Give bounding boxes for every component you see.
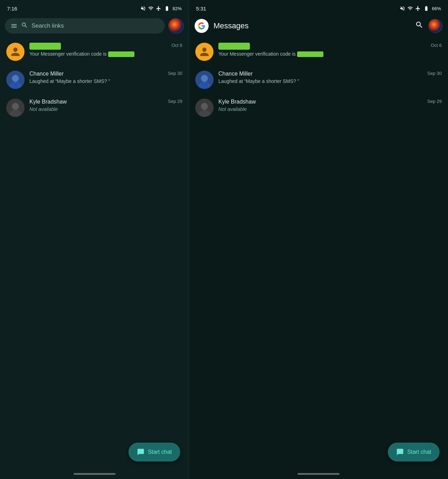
conversation-body: Chance Miller Sep 30 Laughed at “Maybe a…	[29, 71, 182, 84]
chat-icon	[137, 448, 145, 456]
conversation-top-row: Chance Miller Sep 30	[29, 71, 182, 77]
home-indicator-left	[74, 473, 115, 475]
conversation-item[interactable]: Chance Miller Sep 30 Laughed at “Maybe a…	[191, 66, 446, 94]
left-app-header: Search links	[0, 15, 189, 38]
conversation-top-row: Chance Miller Sep 30	[218, 71, 442, 77]
battery-icon-right	[423, 6, 430, 11]
conversation-preview: Your Messenger verification code is	[29, 51, 182, 57]
svg-point-10	[201, 75, 208, 82]
conversation-preview: Not available	[218, 106, 442, 112]
left-status-bar: 7:16 82%	[0, 0, 189, 15]
right-time: 5:31	[196, 6, 206, 12]
right-panel: 5:31 66% Messages	[189, 0, 448, 479]
conversation-list-right: Oct 6 Your Messenger verification code i…	[189, 38, 448, 479]
conversation-date: Sep 30	[168, 71, 182, 76]
conversation-item[interactable]: Kyle Bradshaw Sep 29 Not available	[2, 94, 187, 122]
fab-label-right: Start chat	[407, 449, 431, 455]
conversation-body: Oct 6 Your Messenger verification code i…	[29, 43, 182, 57]
conversation-preview: Not available	[29, 106, 182, 112]
redacted-code	[108, 51, 134, 57]
battery-icon	[163, 6, 170, 11]
conversation-item[interactable]: Chance Miller Sep 30 Laughed at “Maybe a…	[2, 66, 187, 94]
conversation-preview: Laughed at “Maybe a shorter SMS? ”	[218, 78, 442, 84]
wifi-icon-right	[407, 6, 413, 11]
wifi-icon	[148, 6, 154, 11]
conversation-date: Oct 6	[431, 43, 442, 48]
conversation-top-row: Kyle Bradshaw Sep 29	[29, 99, 182, 105]
chat-icon-right	[396, 448, 404, 456]
svg-point-14	[201, 103, 208, 110]
left-time: 7:16	[7, 6, 17, 12]
google-logo	[195, 19, 209, 33]
conversation-top-row: Kyle Bradshaw Sep 29	[218, 99, 442, 105]
contact-name: Kyle Bradshaw	[29, 99, 67, 105]
fab-label-left: Start chat	[148, 449, 172, 455]
conversation-item[interactable]: Oct 6 Your Messenger verification code i…	[191, 38, 446, 66]
conversation-body: Oct 6 Your Messenger verification code i…	[218, 43, 442, 57]
app-title: Messages	[214, 21, 410, 30]
conversation-date: Oct 6	[172, 43, 182, 48]
user-avatar-right[interactable]	[428, 19, 442, 33]
contact-avatar	[195, 43, 214, 61]
svg-point-5	[12, 103, 19, 110]
contact-name: Kyle Bradshaw	[218, 99, 256, 105]
contact-name: Chance Miller	[218, 71, 253, 77]
contact-avatar-chance	[6, 71, 24, 89]
svg-rect-12	[200, 83, 209, 89]
home-indicator-right	[298, 473, 340, 475]
mute-icon-right	[400, 6, 405, 11]
start-chat-fab-right[interactable]: Start chat	[388, 443, 440, 462]
svg-rect-3	[11, 83, 20, 89]
left-battery: 82%	[173, 6, 182, 11]
conversation-body: Kyle Bradshaw Sep 29 Not available	[29, 99, 182, 112]
redacted-code	[297, 51, 323, 57]
conversation-top-row: Oct 6	[218, 43, 442, 50]
conversation-item[interactable]: Kyle Bradshaw Sep 29 Not available	[191, 94, 446, 122]
redacted-name-bar	[29, 43, 61, 50]
contact-avatar-kyle	[6, 99, 24, 117]
conversation-date: Sep 29	[427, 99, 442, 104]
conversation-date: Sep 30	[427, 71, 442, 76]
start-chat-fab-left[interactable]: Start chat	[128, 443, 180, 462]
left-panel: 7:16 82% Search links	[0, 0, 189, 479]
contact-name: Chance Miller	[29, 71, 64, 77]
header-search-button[interactable]	[415, 21, 424, 31]
mute-icon	[140, 6, 146, 11]
airplane-icon-right	[415, 6, 421, 11]
conversation-top-row: Oct 6	[29, 43, 182, 50]
contact-avatar-chance	[195, 71, 214, 89]
right-status-icons: 66%	[400, 6, 441, 11]
svg-point-1	[12, 75, 19, 82]
conversation-date: Sep 29	[168, 99, 182, 104]
search-placeholder[interactable]: Search links	[31, 22, 159, 29]
right-battery: 66%	[432, 6, 441, 11]
user-avatar-left[interactable]	[168, 18, 184, 34]
search-bar[interactable]: Search links	[5, 18, 165, 34]
svg-rect-16	[200, 111, 209, 117]
start-chat-button-right[interactable]: Start chat	[388, 443, 440, 462]
right-status-bar: 5:31 66%	[189, 0, 448, 15]
conversation-list-left: Oct 6 Your Messenger verification code i…	[0, 38, 189, 479]
contact-avatar-kyle	[195, 99, 214, 117]
conversation-body: Kyle Bradshaw Sep 29 Not available	[218, 99, 442, 112]
conversation-preview: Your Messenger verification code is	[218, 51, 442, 57]
conversation-body: Chance Miller Sep 30 Laughed at “Maybe a…	[218, 71, 442, 84]
right-app-header: Messages	[189, 15, 448, 38]
airplane-icon	[156, 6, 161, 11]
hamburger-icon[interactable]	[10, 22, 18, 29]
search-icon	[21, 22, 28, 30]
contact-avatar	[6, 43, 24, 61]
conversation-preview: Laughed at “Maybe a shorter SMS? ”	[29, 78, 182, 84]
svg-rect-7	[11, 111, 20, 117]
start-chat-button-left[interactable]: Start chat	[128, 443, 180, 462]
redacted-name-bar	[218, 43, 250, 50]
conversation-item[interactable]: Oct 6 Your Messenger verification code i…	[2, 38, 187, 66]
left-status-icons: 82%	[140, 6, 182, 11]
